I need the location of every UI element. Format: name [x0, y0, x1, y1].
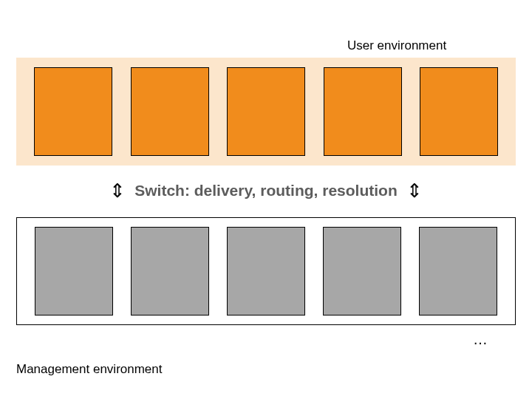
- user-environment-band: [16, 58, 516, 166]
- user-box: [420, 67, 498, 156]
- mgmt-box: [323, 227, 401, 316]
- mgmt-box: [419, 227, 497, 316]
- management-environment-label: Management environment: [16, 362, 163, 377]
- mgmt-box: [35, 227, 113, 316]
- updown-arrow-icon: ⇕: [109, 181, 126, 200]
- user-box: [324, 67, 402, 156]
- management-environment-band: [16, 217, 516, 325]
- user-box: [34, 67, 112, 156]
- user-environment-label: User environment: [347, 38, 446, 53]
- switch-row: ⇕ Switch: delivery, routing, resolution …: [0, 181, 532, 200]
- ellipsis: …: [473, 331, 488, 348]
- updown-arrow-icon: ⇕: [406, 181, 423, 200]
- user-box: [227, 67, 305, 156]
- user-box: [131, 67, 209, 156]
- mgmt-box: [131, 227, 209, 316]
- switch-label: Switch: delivery, routing, resolution: [134, 182, 397, 200]
- mgmt-box: [227, 227, 305, 316]
